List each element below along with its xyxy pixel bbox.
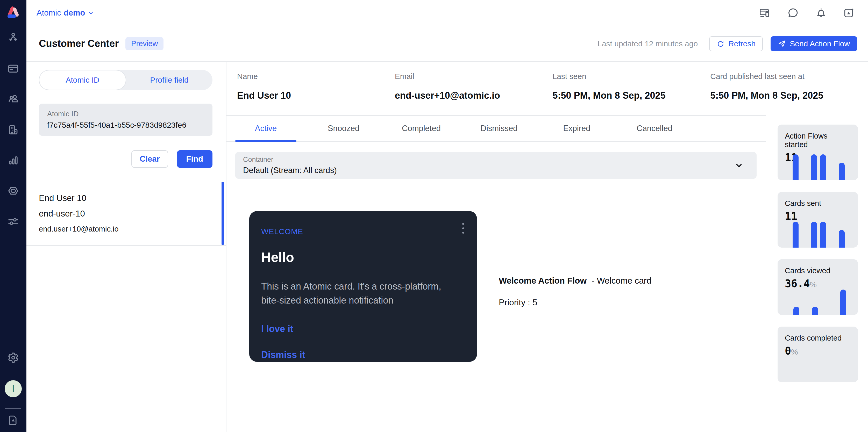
- refresh-button[interactable]: Refresh: [709, 36, 763, 51]
- avatar-initial: I: [12, 383, 14, 394]
- page-title: Customer Center: [39, 38, 119, 49]
- card-category: WELCOME: [261, 227, 465, 236]
- preview-badge: Preview: [125, 37, 163, 50]
- stat-card-cards-sent: Cards sent 11: [778, 192, 858, 247]
- stat-card-action-flows-started: Action Flows started 11: [778, 125, 858, 180]
- user-avatar[interactable]: I: [5, 380, 22, 397]
- atomic-id-value: f7c75a4f-55f5-40a1-b55c-9783d9823fe6: [47, 121, 204, 130]
- card-action-love[interactable]: I love it: [261, 324, 465, 334]
- chevron-down-icon: [88, 9, 94, 16]
- user-info-row: Name End User 10 Email end-user+10@atomi…: [226, 62, 868, 115]
- card-body: This is an Atomic card. It's a cross-pla…: [261, 279, 450, 307]
- ai-assistant-icon[interactable]: [843, 7, 855, 19]
- info-label: Last seen: [553, 72, 710, 81]
- container-dropdown[interactable]: Container Default (Stream: All cards): [235, 152, 756, 179]
- stat-label: Cards viewed: [785, 266, 850, 275]
- stat-label: Action Flows started: [785, 132, 850, 149]
- info-value: End User 10: [237, 90, 395, 101]
- stats-panel: Action Flows started 11 Cards sent 11 Ca…: [766, 115, 868, 432]
- kebab-menu-icon[interactable]: [461, 222, 466, 235]
- app-root: I Atomic demo: [0, 0, 868, 432]
- result-name: End User 10: [39, 193, 226, 203]
- stat-label: Cards completed: [785, 334, 850, 342]
- info-value: 5:50 PM, Mon 8 Sep, 2025: [553, 90, 710, 101]
- rail-divider: [5, 408, 21, 409]
- topbar: Atomic demo: [26, 0, 868, 26]
- chat-icon[interactable]: [787, 7, 799, 19]
- atomic-card-preview: WELCOME Hello This is an Atomic card. It…: [249, 211, 477, 362]
- info-value: end-user+10@atomic.io: [395, 90, 553, 101]
- flow-info: Welcome Action Flow - Welcome card Prior…: [499, 276, 651, 362]
- topbar-icons: [759, 7, 855, 19]
- chevron-down-icon: [734, 161, 744, 170]
- user-result-item[interactable]: End User 10 end-user-10 end.user+10@atom…: [26, 181, 226, 246]
- clear-button[interactable]: Clear: [131, 150, 168, 168]
- rail-bottom: I: [0, 352, 26, 432]
- mini-bar-chart: [778, 218, 858, 247]
- container-label: Container: [243, 156, 337, 164]
- info-col-last-seen: Last seen 5:50 PM, Mon 8 Sep, 2025: [553, 62, 710, 115]
- card-status-tabs: Active Snoozed Completed Dismissed Expir…: [226, 116, 766, 142]
- sdk-docs-icon[interactable]: [7, 414, 19, 426]
- analytics-icon[interactable]: [7, 154, 19, 166]
- send-action-flow-button[interactable]: Send Action Flow: [771, 36, 857, 51]
- info-col-name: Name End User 10: [237, 62, 395, 115]
- workspace-brand: Atomic: [36, 8, 61, 18]
- content-right: Name End User 10 Email end-user+10@atomi…: [226, 62, 868, 432]
- last-updated-text: Last updated 12 minutes ago: [597, 39, 698, 48]
- mini-bar-chart: [778, 285, 858, 315]
- info-label: Card published last seen at: [710, 72, 868, 81]
- atomic-id-label: Atomic ID: [47, 110, 204, 118]
- atomic-id-field[interactable]: Atomic ID f7c75a4f-55f5-40a1-b55c-9783d9…: [39, 104, 213, 136]
- tab-cancelled[interactable]: Cancelled: [616, 116, 693, 141]
- card-row: WELCOME Hello This is an Atomic card. It…: [226, 211, 766, 362]
- info-label: Email: [395, 72, 553, 81]
- workspace-name: demo: [64, 8, 85, 18]
- flow-name: Welcome Action Flow: [499, 276, 587, 286]
- organization-icon[interactable]: [7, 124, 19, 136]
- notifications-bell-icon[interactable]: [815, 7, 827, 19]
- refresh-icon: [716, 40, 725, 48]
- card-title: Hello: [261, 250, 465, 265]
- tab-expired[interactable]: Expired: [538, 116, 616, 141]
- tab-completed[interactable]: Completed: [382, 116, 460, 141]
- search-panel: Atomic ID Profile field Atomic ID f7c75a…: [26, 62, 226, 432]
- left-rail: I: [0, 0, 26, 432]
- tab-snoozed[interactable]: Snoozed: [305, 116, 382, 141]
- mini-bar-chart: [778, 353, 858, 382]
- info-label: Name: [237, 72, 395, 81]
- containers-icon[interactable]: [7, 185, 19, 197]
- stat-card-cards-viewed: Cards viewed 36.4%: [778, 259, 858, 315]
- tab-dismissed[interactable]: Dismissed: [460, 116, 538, 141]
- info-col-email: Email end-user+10@atomic.io: [395, 62, 553, 115]
- rail-nav: [7, 32, 19, 227]
- stat-card-cards-completed: Cards completed 0%: [778, 327, 858, 382]
- find-button[interactable]: Find: [177, 150, 213, 168]
- settings-gear-icon[interactable]: [7, 352, 19, 364]
- refresh-label: Refresh: [728, 39, 755, 48]
- stat-label: Cards sent: [785, 199, 850, 208]
- content: Atomic ID Profile field Atomic ID f7c75a…: [26, 62, 868, 432]
- main-column: Atomic demo: [26, 0, 868, 432]
- atomic-logo-icon[interactable]: [5, 4, 22, 22]
- info-col-card-published: Card published last seen at 5:50 PM, Mon…: [710, 62, 868, 115]
- lookup-mode-toggle: Atomic ID Profile field: [39, 70, 213, 90]
- customers-icon[interactable]: [7, 93, 19, 105]
- devices-icon[interactable]: [759, 7, 771, 19]
- cards-icon[interactable]: [7, 63, 19, 75]
- cards-main-column: Active Snoozed Completed Dismissed Expir…: [226, 115, 766, 432]
- toggle-profile-field[interactable]: Profile field: [126, 70, 213, 90]
- flow-priority: Priority : 5: [499, 298, 651, 307]
- toggle-atomic-id[interactable]: Atomic ID: [39, 70, 126, 90]
- selected-indicator: [221, 182, 224, 245]
- info-value: 5:50 PM, Mon 8 Sep, 2025: [710, 90, 868, 101]
- tab-active[interactable]: Active: [227, 116, 305, 141]
- card-action-dismiss[interactable]: Dismiss it: [261, 350, 465, 360]
- container-value: Default (Stream: All cards): [243, 166, 337, 175]
- send-label: Send Action Flow: [790, 39, 850, 48]
- action-flows-icon[interactable]: [7, 32, 19, 44]
- configuration-sliders-icon[interactable]: [7, 215, 19, 227]
- workspace-switcher[interactable]: Atomic demo: [36, 8, 94, 18]
- flow-card-name: - Welcome card: [592, 276, 651, 286]
- mini-bar-chart: [778, 151, 858, 180]
